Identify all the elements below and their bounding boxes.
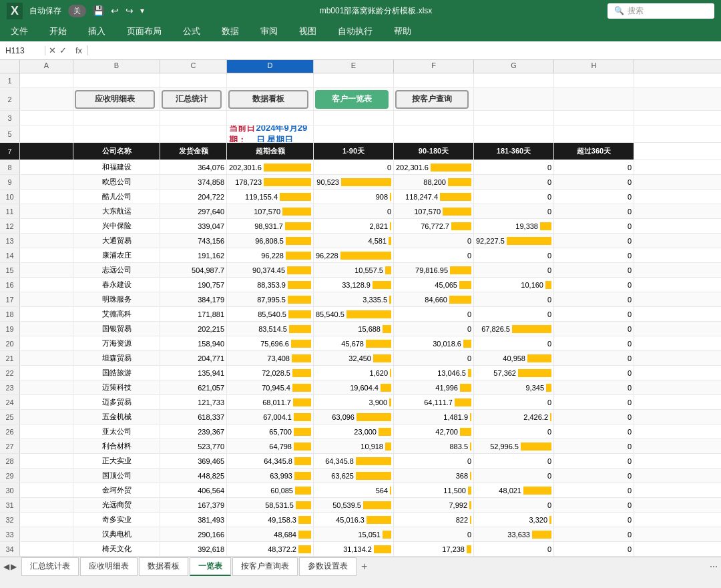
sheet-tab-0[interactable]: 汇总统计表 xyxy=(21,557,79,576)
cell-amount: 191,162 xyxy=(160,248,227,262)
cell-company: 大通贸易 xyxy=(73,234,160,248)
sheet-tab-3[interactable]: 一览表 xyxy=(190,557,231,576)
cell-d90-180: 368 xyxy=(394,469,474,483)
cell-d181-360: 57,362 xyxy=(474,366,554,380)
cell-company: 五金机械 xyxy=(73,410,160,424)
menu-item-file[interactable]: 文件 xyxy=(7,23,32,40)
menu-item-layout[interactable]: 页面布局 xyxy=(123,23,166,40)
cell-company: 和福建设 xyxy=(73,160,160,174)
cell-d360: 0 xyxy=(554,219,634,233)
table-row: 14 康浦农庄 191,162 96,228 96,228 0 0 0 xyxy=(0,248,721,263)
cell-company: 万海资源 xyxy=(73,336,160,350)
cell-d1-90: 4,581 xyxy=(314,234,394,248)
cell-d90-180: 64,111.7 xyxy=(394,395,474,409)
col-header-d1-90: 1-90天 xyxy=(314,143,394,160)
cell-company: 国银贸易 xyxy=(73,322,160,336)
cell-amount: 369,465 xyxy=(160,454,227,468)
cell-d1-90: 45,678 xyxy=(314,336,394,350)
menu-item-data[interactable]: 数据 xyxy=(218,23,243,40)
undo-icon[interactable]: ↩ xyxy=(111,5,119,16)
table-row: 21 坦森贸易 204,771 73,408 32,450 0 40,958 0 xyxy=(0,351,721,366)
cell-company: 正大实业 xyxy=(73,454,160,468)
nav-btn-summary[interactable]: 汇总统计 xyxy=(162,90,222,109)
col-header-amount: 发货金额 xyxy=(160,143,227,160)
cell-amount: 297,640 xyxy=(160,204,227,218)
nav-btn-customer-list[interactable]: 客户一览表 xyxy=(315,90,389,109)
scroll-right-icon[interactable]: ▶ xyxy=(11,562,17,571)
nav-btn-customer-query[interactable]: 按客户查询 xyxy=(395,90,469,109)
cell-d1-90: 63,625 xyxy=(314,469,394,483)
cell-d1-90: 19,604.4 xyxy=(314,380,394,394)
formula-confirm-icon[interactable]: ✓ xyxy=(59,45,67,55)
cell-d360: 0 xyxy=(554,351,634,365)
nav-btn-dashboard[interactable]: 数据看板 xyxy=(228,90,308,109)
cell-reference[interactable]: H113 xyxy=(5,46,45,55)
cell-overdue: 90,374.45 xyxy=(227,263,314,277)
menu-item-view[interactable]: 视图 xyxy=(295,23,320,40)
cell-overdue: 73,408 xyxy=(227,351,314,365)
menu-item-autorun[interactable]: 自动执行 xyxy=(334,23,377,40)
table-row: 9 欧恩公司 374,858 178,723 90,523 88,200 0 0 xyxy=(0,175,721,190)
cell-overdue: 48,684 xyxy=(227,527,314,541)
add-sheet-icon[interactable]: + xyxy=(361,561,367,573)
cell-amount: 523,770 xyxy=(160,439,227,453)
search-placeholder: 搜索 xyxy=(628,5,644,17)
sheet-tab-5[interactable]: 参数设置表 xyxy=(299,557,356,576)
sheet-tab-1[interactable]: 应收明细表 xyxy=(80,557,138,576)
cell-d181-360: 48,021 xyxy=(474,483,554,497)
nav-btn-receivable[interactable]: 应收明细表 xyxy=(75,90,155,109)
cell-company: 酷儿公司 xyxy=(73,190,160,204)
cell-overdue: 88,353.9 xyxy=(227,278,314,292)
cell-amount: 158,940 xyxy=(160,336,227,350)
cell-d360: 0 xyxy=(554,410,634,424)
formula-fx-icon[interactable]: fx xyxy=(70,45,88,55)
col-header-overdue: 超期金额 xyxy=(227,143,314,160)
cell-overdue: 58,531.5 xyxy=(227,498,314,512)
col-header-f: F xyxy=(394,60,474,73)
table-row: 15 志远公司 504,987.7 90,374.45 10,557.5 79,… xyxy=(0,263,721,278)
cell-company: 椅天文化 xyxy=(73,542,160,556)
cell-d181-360: 0 xyxy=(474,395,554,409)
sheet-tab-2[interactable]: 数据看板 xyxy=(139,557,188,576)
cell-d360: 0 xyxy=(554,527,634,541)
save-icon[interactable]: 💾 xyxy=(93,5,104,16)
cell-d90-180: 42,700 xyxy=(394,424,474,438)
scroll-tabs-right[interactable]: ⋯ xyxy=(710,562,718,571)
menu-item-formula[interactable]: 公式 xyxy=(179,23,204,40)
customize-icon[interactable]: ▾ xyxy=(140,6,144,15)
col-header-company: 公司名称 xyxy=(73,143,160,160)
cell-d181-360: 0 xyxy=(474,263,554,277)
cell-d1-90: 564 xyxy=(314,483,394,497)
cell-overdue: 178,723 xyxy=(227,175,314,189)
menu-item-help[interactable]: 帮助 xyxy=(390,23,415,40)
table-row: 31 光远商贸 167,379 58,531.5 50,539.5 7,992 … xyxy=(0,498,721,513)
cell-d90-180: 88,200 xyxy=(394,175,474,189)
cell-amount: 204,771 xyxy=(160,351,227,365)
cell-d360: 0 xyxy=(554,248,634,262)
cell-d181-360: 0 xyxy=(474,498,554,512)
cell-overdue: 64,345.8 xyxy=(227,454,314,468)
table-row: 24 迈多贸易 121,733 68,011.7 3,900 64,111.7 … xyxy=(0,395,721,410)
menu-item-insert[interactable]: 插入 xyxy=(84,23,109,40)
menu-item-review[interactable]: 审阅 xyxy=(256,23,282,40)
cell-overdue: 85,540.5 xyxy=(227,307,314,321)
toggle-button[interactable]: 关 xyxy=(68,5,86,17)
menu-item-home[interactable]: 开始 xyxy=(45,23,71,40)
date-value: 2024年9月29日 星期日 xyxy=(256,125,311,142)
cell-company: 亚太公司 xyxy=(73,424,160,438)
scroll-left-icon[interactable]: ◀ xyxy=(3,562,9,571)
redo-icon[interactable]: ↪ xyxy=(126,5,134,16)
cell-d90-180: 45,065 xyxy=(394,278,474,292)
title-bar: X 自动保存 关 💾 ↩ ↪ ▾ mb001部落窝账龄分析模板.xlsx 🔍 搜… xyxy=(0,0,721,21)
cell-d1-90: 90,523 xyxy=(314,175,394,189)
formula-cancel-icon[interactable]: ✕ xyxy=(49,45,56,55)
cell-d181-360: 0 xyxy=(474,424,554,438)
search-box[interactable]: 🔍 搜索 xyxy=(608,3,714,19)
cell-amount: 121,733 xyxy=(160,395,227,409)
table-row: 11 大东航运 297,640 107,570 0 107,570 0 0 xyxy=(0,204,721,219)
sheet-tab-4[interactable]: 按客户查询表 xyxy=(232,557,298,576)
cell-d181-360: 0 xyxy=(474,248,554,262)
cell-d360: 0 xyxy=(554,380,634,394)
cell-overdue: 107,570 xyxy=(227,204,314,218)
sheet-tabs: ◀ ▶ 汇总统计表应收明细表数据看板一览表按客户查询表参数设置表 + ⋯ xyxy=(0,557,721,575)
